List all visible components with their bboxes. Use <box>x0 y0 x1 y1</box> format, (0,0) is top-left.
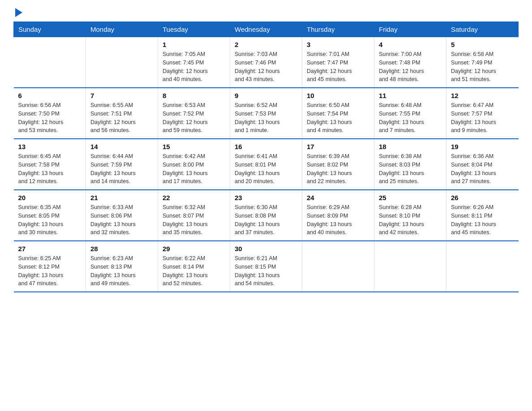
day-number: 24 <box>307 194 369 201</box>
day-info: Sunrise: 6:55 AM Sunset: 7:51 PM Dayligh… <box>90 101 153 135</box>
logo-arrow-icon <box>15 8 22 17</box>
day-info: Sunrise: 6:28 AM Sunset: 8:10 PM Dayligh… <box>379 203 442 237</box>
calendar-cell: 24Sunrise: 6:29 AM Sunset: 8:09 PM Dayli… <box>302 190 374 241</box>
header-monday: Monday <box>86 22 158 37</box>
day-number: 28 <box>90 245 153 253</box>
day-info: Sunrise: 6:44 AM Sunset: 7:59 PM Dayligh… <box>90 152 153 186</box>
day-info: Sunrise: 6:36 AM Sunset: 8:04 PM Dayligh… <box>451 152 514 186</box>
day-number: 14 <box>90 143 153 150</box>
calendar-cell: 21Sunrise: 6:33 AM Sunset: 8:06 PM Dayli… <box>86 190 158 241</box>
calendar-cell <box>446 241 519 292</box>
calendar-cell: 10Sunrise: 6:50 AM Sunset: 7:54 PM Dayli… <box>302 88 374 139</box>
calendar-cell: 20Sunrise: 6:35 AM Sunset: 8:05 PM Dayli… <box>14 190 86 241</box>
day-number: 4 <box>379 41 442 48</box>
day-info: Sunrise: 6:48 AM Sunset: 7:55 PM Dayligh… <box>379 101 442 135</box>
calendar-cell: 13Sunrise: 6:45 AM Sunset: 7:58 PM Dayli… <box>14 139 86 190</box>
day-number: 13 <box>18 143 82 150</box>
day-info: Sunrise: 6:26 AM Sunset: 8:11 PM Dayligh… <box>451 203 514 237</box>
day-number: 16 <box>235 143 297 150</box>
day-info: Sunrise: 6:53 AM Sunset: 7:52 PM Dayligh… <box>163 101 225 135</box>
calendar-cell: 4Sunrise: 7:00 AM Sunset: 7:48 PM Daylig… <box>374 37 446 88</box>
page-header <box>13 9 519 17</box>
day-number: 11 <box>379 92 442 99</box>
calendar-table: SundayMondayTuesdayWednesdayThursdayFrid… <box>13 21 519 292</box>
day-info: Sunrise: 6:22 AM Sunset: 8:14 PM Dayligh… <box>163 254 225 288</box>
day-info: Sunrise: 6:47 AM Sunset: 7:57 PM Dayligh… <box>451 101 514 135</box>
day-number: 2 <box>235 41 297 48</box>
logo <box>13 9 22 17</box>
day-number: 18 <box>379 143 442 150</box>
calendar-cell: 9Sunrise: 6:52 AM Sunset: 7:53 PM Daylig… <box>230 88 302 139</box>
calendar-cell: 16Sunrise: 6:41 AM Sunset: 8:01 PM Dayli… <box>230 139 302 190</box>
header-friday: Friday <box>374 22 446 37</box>
day-info: Sunrise: 6:35 AM Sunset: 8:05 PM Dayligh… <box>18 203 82 237</box>
day-info: Sunrise: 6:45 AM Sunset: 7:58 PM Dayligh… <box>18 152 82 186</box>
day-info: Sunrise: 6:32 AM Sunset: 8:07 PM Dayligh… <box>163 203 225 237</box>
day-info: Sunrise: 6:50 AM Sunset: 7:54 PM Dayligh… <box>307 101 369 135</box>
day-number: 23 <box>235 194 297 201</box>
day-number: 21 <box>90 194 153 201</box>
calendar-cell <box>14 37 86 88</box>
day-info: Sunrise: 7:01 AM Sunset: 7:47 PM Dayligh… <box>307 50 369 84</box>
header-tuesday: Tuesday <box>158 22 230 37</box>
calendar-cell <box>374 241 446 292</box>
day-info: Sunrise: 6:41 AM Sunset: 8:01 PM Dayligh… <box>235 152 297 186</box>
day-info: Sunrise: 7:00 AM Sunset: 7:48 PM Dayligh… <box>379 50 442 84</box>
day-info: Sunrise: 6:25 AM Sunset: 8:12 PM Dayligh… <box>18 254 82 288</box>
calendar-cell: 28Sunrise: 6:23 AM Sunset: 8:13 PM Dayli… <box>86 241 158 292</box>
day-number: 25 <box>379 194 442 201</box>
calendar-header-row: SundayMondayTuesdayWednesdayThursdayFrid… <box>14 22 519 37</box>
day-number: 1 <box>163 41 225 48</box>
calendar-cell: 29Sunrise: 6:22 AM Sunset: 8:14 PM Dayli… <box>158 241 230 292</box>
calendar-cell: 2Sunrise: 7:03 AM Sunset: 7:46 PM Daylig… <box>230 37 302 88</box>
day-number: 10 <box>307 92 369 99</box>
day-number: 19 <box>451 143 514 150</box>
header-thursday: Thursday <box>302 22 374 37</box>
day-info: Sunrise: 6:23 AM Sunset: 8:13 PM Dayligh… <box>90 254 153 288</box>
calendar-cell: 5Sunrise: 6:58 AM Sunset: 7:49 PM Daylig… <box>446 37 519 88</box>
calendar-cell: 22Sunrise: 6:32 AM Sunset: 8:07 PM Dayli… <box>158 190 230 241</box>
calendar-week-row: 13Sunrise: 6:45 AM Sunset: 7:58 PM Dayli… <box>14 139 519 190</box>
calendar-cell: 11Sunrise: 6:48 AM Sunset: 7:55 PM Dayli… <box>374 88 446 139</box>
day-number: 6 <box>18 92 82 99</box>
calendar-week-row: 20Sunrise: 6:35 AM Sunset: 8:05 PM Dayli… <box>14 190 519 241</box>
day-number: 29 <box>163 245 225 253</box>
calendar-week-row: 27Sunrise: 6:25 AM Sunset: 8:12 PM Dayli… <box>14 241 519 292</box>
day-info: Sunrise: 6:42 AM Sunset: 8:00 PM Dayligh… <box>163 152 225 186</box>
day-number: 3 <box>307 41 369 48</box>
calendar-cell: 17Sunrise: 6:39 AM Sunset: 8:02 PM Dayli… <box>302 139 374 190</box>
calendar-cell: 27Sunrise: 6:25 AM Sunset: 8:12 PM Dayli… <box>14 241 86 292</box>
calendar-cell: 18Sunrise: 6:38 AM Sunset: 8:03 PM Dayli… <box>374 139 446 190</box>
day-number: 27 <box>18 245 82 253</box>
calendar-cell: 23Sunrise: 6:30 AM Sunset: 8:08 PM Dayli… <box>230 190 302 241</box>
calendar-cell: 6Sunrise: 6:56 AM Sunset: 7:50 PM Daylig… <box>14 88 86 139</box>
day-number: 22 <box>163 194 225 201</box>
calendar-cell: 8Sunrise: 6:53 AM Sunset: 7:52 PM Daylig… <box>158 88 230 139</box>
day-number: 7 <box>90 92 153 99</box>
calendar-cell: 1Sunrise: 7:05 AM Sunset: 7:45 PM Daylig… <box>158 37 230 88</box>
calendar-cell: 15Sunrise: 6:42 AM Sunset: 8:00 PM Dayli… <box>158 139 230 190</box>
day-number: 12 <box>451 92 514 99</box>
day-number: 15 <box>163 143 225 150</box>
calendar-cell: 14Sunrise: 6:44 AM Sunset: 7:59 PM Dayli… <box>86 139 158 190</box>
header-saturday: Saturday <box>446 22 519 37</box>
calendar-cell: 25Sunrise: 6:28 AM Sunset: 8:10 PM Dayli… <box>374 190 446 241</box>
day-info: Sunrise: 7:05 AM Sunset: 7:45 PM Dayligh… <box>163 50 225 84</box>
header-wednesday: Wednesday <box>230 22 302 37</box>
day-number: 9 <box>235 92 297 99</box>
calendar-cell: 3Sunrise: 7:01 AM Sunset: 7:47 PM Daylig… <box>302 37 374 88</box>
calendar-cell <box>86 37 158 88</box>
day-number: 5 <box>451 41 514 48</box>
day-number: 30 <box>235 245 297 253</box>
day-info: Sunrise: 6:33 AM Sunset: 8:06 PM Dayligh… <box>90 203 153 237</box>
day-info: Sunrise: 6:21 AM Sunset: 8:15 PM Dayligh… <box>235 254 297 288</box>
calendar-cell: 12Sunrise: 6:47 AM Sunset: 7:57 PM Dayli… <box>446 88 519 139</box>
day-info: Sunrise: 6:30 AM Sunset: 8:08 PM Dayligh… <box>235 203 297 237</box>
calendar-cell: 30Sunrise: 6:21 AM Sunset: 8:15 PM Dayli… <box>230 241 302 292</box>
day-number: 26 <box>451 194 514 201</box>
calendar-cell <box>302 241 374 292</box>
header-sunday: Sunday <box>14 22 86 37</box>
calendar-week-row: 6Sunrise: 6:56 AM Sunset: 7:50 PM Daylig… <box>14 88 519 139</box>
calendar-cell: 19Sunrise: 6:36 AM Sunset: 8:04 PM Dayli… <box>446 139 519 190</box>
day-info: Sunrise: 6:52 AM Sunset: 7:53 PM Dayligh… <box>235 101 297 135</box>
